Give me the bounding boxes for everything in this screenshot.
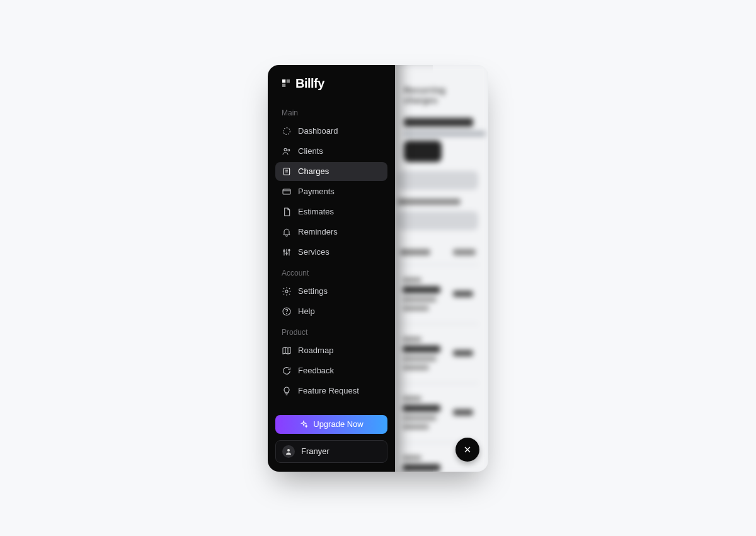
svg-rect-7	[283, 189, 290, 194]
nav-label: Feature Request	[298, 386, 359, 395]
app-logo[interactable]: Billfy	[275, 74, 387, 102]
settings-icon	[282, 286, 292, 296]
svg-point-4	[284, 148, 287, 151]
nav-payments[interactable]: Payments	[275, 182, 387, 201]
nav-label: Reminders	[298, 227, 338, 236]
close-icon	[462, 445, 472, 455]
nav-help[interactable]: Help	[275, 302, 387, 321]
svg-rect-0	[282, 79, 285, 83]
help-icon	[282, 306, 292, 317]
card-icon	[282, 187, 292, 197]
svg-rect-6	[284, 168, 289, 175]
close-drawer-button[interactable]	[455, 438, 479, 462]
document-icon	[282, 207, 292, 217]
user-name: Franyer	[301, 446, 329, 456]
upgrade-button[interactable]: Upgrade Now	[275, 415, 387, 434]
bell-icon	[282, 227, 292, 237]
receipt-icon	[282, 166, 292, 177]
svg-point-11	[285, 290, 288, 293]
logo-mark-icon	[280, 78, 292, 89]
nav-label: Charges	[298, 166, 329, 176]
svg-point-14	[287, 449, 290, 452]
refresh-icon	[282, 366, 292, 376]
section-label-main: Main	[275, 102, 387, 121]
avatar	[282, 445, 295, 458]
navigation-drawer: Billfy Main Dashboard Clients Charges	[268, 65, 395, 472]
nav-label: Clients	[298, 146, 323, 156]
section-label-product: Product	[275, 322, 387, 341]
nav-label: Estimates	[298, 207, 334, 216]
svg-rect-1	[287, 79, 290, 83]
nav-settings[interactable]: Settings	[275, 282, 387, 301]
map-icon	[282, 346, 292, 356]
nav-label: Settings	[298, 286, 328, 296]
nav-estimates[interactable]: Estimates	[275, 202, 387, 221]
nav-label: Roadmap	[298, 346, 333, 355]
sliders-icon	[282, 247, 292, 257]
svg-rect-2	[282, 84, 285, 87]
nav-feedback[interactable]: Feedback	[275, 361, 387, 380]
nav-services[interactable]: Services	[275, 243, 387, 262]
upgrade-label: Upgrade Now	[313, 419, 364, 429]
nav-clients[interactable]: Clients	[275, 142, 387, 161]
nav-charges[interactable]: Charges	[275, 162, 387, 181]
svg-point-13	[287, 313, 287, 313]
logo-text: Billfy	[295, 76, 324, 91]
nav-label: Feedback	[298, 366, 334, 375]
nav-label: Dashboard	[298, 126, 338, 136]
svg-point-3	[284, 127, 290, 134]
nav-label: Services	[298, 247, 329, 257]
nav-dashboard[interactable]: Dashboard	[275, 122, 387, 141]
section-label-account: Account	[275, 262, 387, 281]
nav-feature-request[interactable]: Feature Request	[275, 382, 387, 400]
nav-label: Payments	[298, 187, 335, 196]
nav-reminders[interactable]: Reminders	[275, 223, 387, 242]
svg-point-5	[288, 149, 290, 151]
nav-label: Help	[298, 306, 315, 316]
dashboard-icon	[282, 126, 292, 136]
user-menu[interactable]: Franyer	[275, 440, 387, 463]
mobile-device-frame: Recurring charges	[268, 65, 488, 472]
users-icon	[282, 146, 292, 156]
lightbulb-icon	[282, 386, 292, 396]
nav-roadmap[interactable]: Roadmap	[275, 341, 387, 360]
sparkle-icon	[299, 420, 308, 429]
